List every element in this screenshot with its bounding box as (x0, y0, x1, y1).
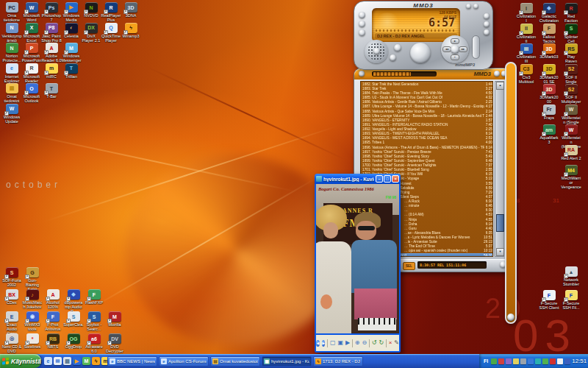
tray-icon[interactable] (520, 358, 526, 364)
slideshow-icon[interactable]: ▶ (345, 339, 350, 347)
quicklaunch-winamp-icon[interactable]: ϟ (92, 357, 100, 365)
tray-icon[interactable] (513, 358, 519, 364)
mix-knob[interactable] (390, 54, 396, 61)
rail-knob[interactable] (507, 314, 514, 321)
playlist-titlebar[interactable]: MMD3 (354, 68, 510, 79)
desktop-icon-adobe-reader-6-0[interactable]: A↗Adobe Reader 6.0 (41, 43, 62, 63)
desktop-icon-red-faction[interactable]: R↗Red Faction (561, 3, 581, 23)
scroll-down-icon[interactable]: ▼ (496, 248, 504, 256)
desktop-icon-trillian[interactable]: T↗Trillian (61, 63, 82, 79)
desktop-icon-steelines[interactable]: *↗Steelines (22, 333, 43, 349)
desktop-icon-spybot-searc[interactable]: S↗Spybot - Searc... (84, 311, 104, 331)
balance-knob[interactable] (394, 44, 401, 52)
desktop-icon-dvd-decrypter[interactable]: DV↗DVD Decrypter (104, 333, 125, 353)
desktop-icon-network-stumbler[interactable]: ▲↗Network Stumbler (561, 266, 581, 286)
desktop-icon-cdex[interactable]: BX↗CDex (1, 289, 22, 305)
desktop-icon-ad-aware-6-0[interactable]: a6↗Ad-aware 6.0 (84, 333, 104, 353)
desktop-icon-splinter-cell[interactable]: S↗Splinter Cell (561, 24, 581, 43)
clock[interactable]: 12:51 (572, 358, 587, 364)
task-button-bbc-news-news-fr[interactable]: eBBC NEWS | News Fr... (107, 356, 157, 367)
tray-icon[interactable] (550, 358, 556, 364)
desktop-icon-winamp3[interactable]: ϟ↗Winamp3 (121, 23, 141, 38)
desktop-icon-microsoft-excel[interactable]: X↗Microsoft Excel (21, 23, 42, 43)
player-shade-button[interactable] (466, 4, 471, 9)
rotate-counterclockwise-icon[interactable]: ↺ (372, 339, 377, 347)
tray-icon[interactable] (564, 358, 570, 364)
desktop-icon-superclea[interactable]: S↗SuperClea... (63, 311, 84, 331)
playlist-sel-chip[interactable]: SEL (403, 262, 415, 270)
desktop-icon-internet-explorer[interactable]: eInternet Explorer (1, 63, 22, 83)
desktop-icon-jasc-paint-shop-pro-8[interactable]: P8↗Jasc Paint Shop Pro 8 (41, 23, 62, 43)
desktop-icon-gun-blazing-solat[interactable]: G↗Gun-Blazing Solat (22, 267, 43, 291)
desktop-icon-civ3-multitool[interactable]: C3↗Civ3 Multitool (516, 64, 537, 84)
desktop-icon-verkkoymp-rist[interactable]: NVerkkoympäristö (1, 23, 22, 43)
playlist-menu-knob[interactable] (359, 71, 365, 77)
desktop-icon-microsoft-word[interactable]: W↗Microsoft Word (21, 2, 42, 22)
track-title-marquee[interactable]: DJ REX - DJ REX ANGEL (375, 33, 457, 39)
scrollbar-thumb[interactable] (496, 214, 504, 232)
tray-icon[interactable] (542, 358, 548, 364)
desktop-icon-civilization-ii[interactable]: II↗Civilization II (516, 24, 537, 43)
desktop-icon-norton-protecte[interactable]: NNorton Protecte... (1, 43, 22, 63)
tray-icon[interactable] (498, 358, 504, 364)
volume-knob[interactable] (410, 43, 431, 63)
quicklaunch-outlook-express-icon[interactable]: ✉ (54, 357, 62, 365)
desktop-icon-dbpoweramp-audio-p[interactable]: ◆↗dBpoweramp Audio P... (63, 289, 84, 314)
task-button-omat-kuvatiedostot[interactable]: ▤Omat kuvatiedostot (210, 356, 260, 367)
desktop-icon-t-bar[interactable]: T↗T-Bar (41, 83, 62, 99)
best-fit-icon[interactable]: ▢ (330, 339, 336, 347)
desktop-icon-nvdvd[interactable]: N↗NVDVD (81, 2, 101, 18)
quicklaunch-show-desktop-icon[interactable]: ▤ (63, 357, 71, 365)
quicklaunch-media-player-icon[interactable]: ▶ (73, 357, 81, 365)
desktop-icon-exact-audio-copy[interactable]: E↗Exact Audio Copy (1, 311, 22, 336)
desktop-icon-alcohol-120[interactable]: A↗Alcohol 120% (43, 289, 63, 309)
edit-icon[interactable]: ✎ (394, 339, 399, 347)
desktop-icon-fraps[interactable]: Fr↗Fraps (539, 105, 559, 120)
desktop-icon-windows-update[interactable]: W↗Windows Update (1, 104, 22, 124)
desktop-icon-quicktime-player[interactable]: Q↗QuickTime Player (101, 23, 121, 43)
desktop-icon-f-secure-ssh-fil[interactable]: F↗F-Secure SSH Fil... (561, 290, 581, 310)
desktop-icon-mechwarrior-vengeance[interactable]: M4↗MechWarrior Vengeance (561, 165, 581, 189)
desktop-icon-oma-tietokone[interactable]: PCOma tietokone (1, 2, 22, 22)
player-close-button[interactable] (473, 4, 478, 9)
grille-center-knob[interactable] (373, 48, 380, 54)
desktop-icon-civilization-iii[interactable]: III↗Civilization III (516, 43, 537, 63)
tray-icon[interactable] (506, 358, 512, 364)
desktop-icon-oggdrop[interactable]: OG↗OggDrop (63, 333, 84, 349)
rotate-clockwise-icon[interactable]: ↻ (379, 339, 384, 347)
seek-pill-button[interactable] (472, 35, 480, 59)
next-image-icon[interactable]: ▶ (322, 340, 326, 347)
viewer-titlebar[interactable]: hyvinrokut1.jpg - Kuvien ja faksien esik… (315, 174, 401, 184)
desktop-icon-sof-furia-2002[interactable]: S↗SOF-Furia 2002 (1, 267, 22, 287)
desktop-icon-celestia[interactable]: ◐↗Celestia (61, 23, 82, 38)
desktop-icon-microsoft-outlook[interactable]: O↗Microsoft Outlook (21, 83, 42, 103)
desktop-icon-realplayer-plus[interactable]: R↗RealPlayer Plus (101, 2, 121, 22)
desktop-icon-winmx3-tools[interactable]: ◉↗WinMX3 tools (22, 311, 43, 331)
playlist-scrollbar[interactable]: ▲ ▼ (495, 81, 504, 257)
task-button-hyvinrokut1-jpg-kuvi[interactable]: ▦hyvinrokut1.jpg - Kuvi... (262, 356, 312, 367)
start-button[interactable]: Käynnistä (0, 354, 41, 368)
side-button-3[interactable] (484, 29, 490, 35)
dpad-center-knob[interactable] (451, 45, 459, 54)
zoom-out-icon[interactable]: ⊖ (362, 339, 367, 347)
options-knob[interactable] (359, 29, 365, 36)
task-button-1713-dj-rex-dj-re[interactable]: ϟ1713. DJ REX - DJ RE... (313, 356, 363, 367)
desktop-icon-flashfxp[interactable]: F↗FlashFXP (84, 289, 104, 305)
tray-icon[interactable] (491, 358, 497, 364)
maximize-button[interactable]: □ (384, 175, 391, 183)
minimize-button[interactable]: – (376, 175, 383, 183)
desktop-icon-nbts[interactable]: RB↗NBTS (43, 333, 63, 349)
stop-button[interactable]: ▪ (451, 54, 459, 60)
quicklaunch-internet-explorer-icon[interactable]: e (44, 357, 52, 365)
playlist-shade-button[interactable] (494, 71, 500, 77)
close-button[interactable]: × (392, 175, 399, 183)
desktop-icon-nero-cd-dvd[interactable]: ◎↗Nero CD & DVD (1, 333, 22, 353)
scroll-up-icon[interactable]: ▲ (496, 82, 504, 90)
desktop-icon-divx-player-2-1[interactable]: DX↗DivX Player 2.1 (81, 23, 101, 43)
delete-icon[interactable]: × (389, 339, 392, 347)
task-button-apoliton-cs-forums[interactable]: eApoliton CS-Forums (159, 356, 209, 367)
language-indicator[interactable]: FI (484, 358, 488, 364)
tray-icon[interactable] (535, 358, 541, 364)
desktop-icon-mirc[interactable]: m↗mIRC (41, 63, 62, 79)
pl-toggle-knob[interactable] (359, 21, 365, 27)
